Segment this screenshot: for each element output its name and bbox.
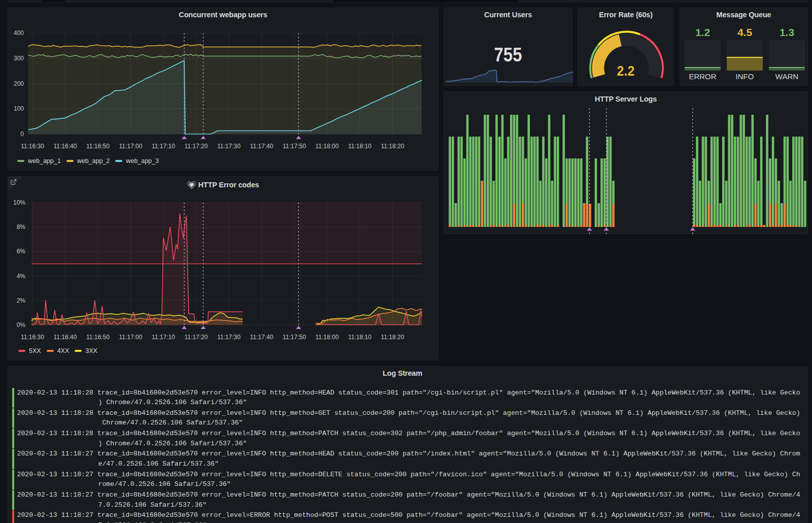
svg-text:10%: 10% bbox=[13, 199, 25, 206]
svg-text:11:18:20: 11:18:20 bbox=[381, 334, 404, 341]
svg-text:11:18:10: 11:18:10 bbox=[348, 334, 371, 341]
svg-text:400: 400 bbox=[14, 29, 24, 37]
svg-text:11:17:20: 11:17:20 bbox=[185, 143, 208, 150]
svg-text:0: 0 bbox=[20, 130, 24, 138]
svg-text:11:17:00: 11:17:00 bbox=[119, 143, 143, 150]
svg-text:11:17:00: 11:17:00 bbox=[119, 334, 143, 341]
svg-text:8%: 8% bbox=[17, 223, 26, 231]
svg-text:0%: 0% bbox=[17, 321, 26, 329]
svg-text:11:17:50: 11:17:50 bbox=[283, 334, 306, 341]
svg-text:11:17:40: 11:17:40 bbox=[250, 334, 274, 341]
svg-text:11:18:00: 11:18:00 bbox=[316, 334, 339, 341]
svg-text:11:17:20: 11:17:20 bbox=[185, 334, 208, 341]
svg-text:11:16:50: 11:16:50 bbox=[86, 143, 110, 150]
svg-text:11:18:00: 11:18:00 bbox=[316, 143, 339, 150]
svg-text:11:18:10: 11:18:10 bbox=[348, 143, 371, 150]
svg-text:11:17:50: 11:17:50 bbox=[283, 143, 306, 150]
svg-text:11:17:10: 11:17:10 bbox=[152, 334, 175, 341]
svg-text:11:16:40: 11:16:40 bbox=[54, 143, 77, 150]
svg-text:6%: 6% bbox=[17, 248, 26, 255]
svg-text:11:17:30: 11:17:30 bbox=[217, 143, 241, 150]
svg-text:11:18:20: 11:18:20 bbox=[381, 143, 404, 150]
svg-text:100: 100 bbox=[14, 105, 24, 112]
svg-text:4%: 4% bbox=[17, 273, 26, 280]
svg-text:11:16:50: 11:16:50 bbox=[86, 334, 110, 341]
svg-text:2%: 2% bbox=[17, 297, 26, 304]
svg-text:300: 300 bbox=[14, 55, 24, 62]
svg-text:11:16:40: 11:16:40 bbox=[54, 334, 77, 341]
svg-text:11:17:30: 11:17:30 bbox=[217, 334, 241, 341]
svg-text:11:17:10: 11:17:10 bbox=[152, 143, 175, 150]
svg-text:11:16:30: 11:16:30 bbox=[21, 334, 44, 341]
svg-text:11:17:40: 11:17:40 bbox=[250, 143, 274, 150]
svg-text:200: 200 bbox=[14, 80, 24, 87]
svg-text:11:16:30: 11:16:30 bbox=[21, 143, 44, 150]
